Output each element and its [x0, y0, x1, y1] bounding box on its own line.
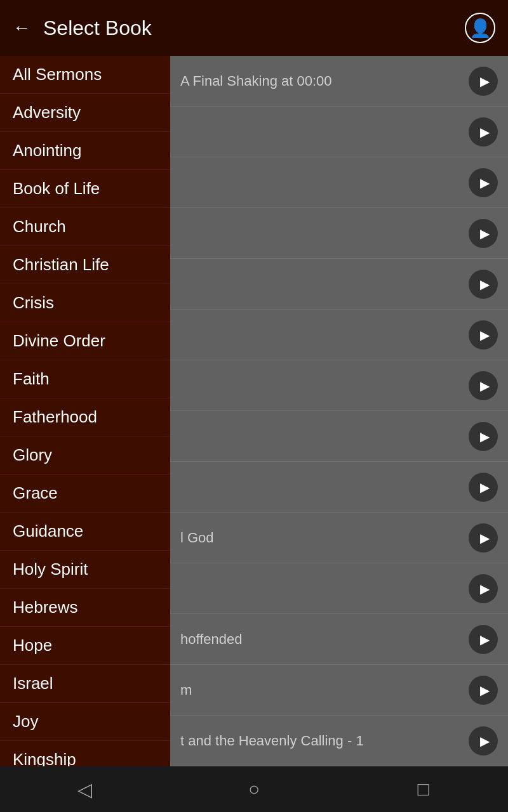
play-icon: ▶	[480, 581, 490, 596]
play-button[interactable]: ▶	[469, 676, 498, 705]
sidebar-item-label: Glory	[13, 445, 52, 465]
sidebar-item-faith[interactable]: Faith	[0, 360, 170, 398]
sidebar-item-label: Faith	[13, 369, 50, 389]
account-icon[interactable]: 👤	[465, 13, 495, 43]
play-icon: ▶	[480, 530, 490, 546]
play-button[interactable]: ▶	[469, 523, 498, 553]
bottom-nav: ◁ ○ □	[0, 766, 508, 812]
sidebar-item-label: Divine Order	[13, 331, 105, 351]
sidebar-item-kingship[interactable]: Kingship	[0, 741, 170, 766]
play-icon: ▶	[480, 74, 490, 89]
sidebar-item-label: Fatherhood	[13, 407, 97, 427]
sidebar-item-label: Crisis	[13, 293, 54, 313]
nav-recent-button[interactable]: □	[404, 770, 443, 808]
sidebar-item-guidance[interactable]: Guidance	[0, 513, 170, 551]
sidebar-item-hope[interactable]: Hope	[0, 627, 170, 665]
play-icon: ▶	[480, 683, 490, 698]
sermon-title: A Final Shaking at 00:00	[180, 73, 469, 89]
play-icon: ▶	[480, 226, 490, 241]
sermon-row: hoffended▶	[170, 614, 508, 665]
play-icon: ▶	[480, 124, 490, 140]
page-title: Select Book	[43, 16, 465, 40]
play-button[interactable]: ▶	[469, 574, 498, 603]
sermon-row: ▶	[170, 563, 508, 614]
play-button[interactable]: ▶	[469, 67, 498, 96]
sidebar-item-grace[interactable]: Grace	[0, 475, 170, 513]
play-button[interactable]: ▶	[469, 726, 498, 756]
sidebar-item-label: Hope	[13, 636, 52, 655]
sermon-title: hoffended	[180, 631, 469, 648]
sermon-row: ▶	[170, 107, 508, 157]
sidebar-item-adversity[interactable]: Adversity	[0, 94, 170, 132]
nav-home-button[interactable]: ○	[235, 770, 273, 808]
sermon-list: A Final Shaking at 00:00▶▶▶▶▶▶▶▶▶l God▶▶…	[170, 56, 508, 766]
play-button[interactable]: ▶	[469, 270, 498, 299]
play-icon: ▶	[480, 429, 490, 444]
sermon-row: t and the Heavenly Calling - 1▶	[170, 716, 508, 766]
sidebar-item-israel[interactable]: Israel	[0, 665, 170, 703]
play-icon: ▶	[480, 277, 490, 292]
sidebar-item-joy[interactable]: Joy	[0, 703, 170, 741]
play-icon: ▶	[480, 327, 490, 343]
back-icon[interactable]: ←	[13, 18, 30, 38]
play-icon: ▶	[480, 175, 490, 190]
play-button[interactable]: ▶	[469, 320, 498, 350]
sidebar-item-book-of-life[interactable]: Book of Life	[0, 170, 170, 208]
sermon-row: m▶	[170, 665, 508, 716]
sermon-title: m	[180, 682, 469, 698]
sermon-row: A Final Shaking at 00:00▶	[170, 56, 508, 107]
main-layout: All SermonsAdversityAnointingBook of Lif…	[0, 56, 508, 766]
sermon-row: ▶	[170, 411, 508, 462]
sidebar: All SermonsAdversityAnointingBook of Lif…	[0, 56, 170, 766]
sidebar-item-divine-order[interactable]: Divine Order	[0, 322, 170, 360]
play-icon: ▶	[480, 632, 490, 647]
sermon-title: l God	[180, 530, 469, 546]
play-icon: ▶	[480, 733, 490, 749]
sidebar-item-label: Church	[13, 217, 66, 237]
sermon-row: ▶	[170, 157, 508, 208]
play-icon: ▶	[480, 378, 490, 393]
play-button[interactable]: ▶	[469, 168, 498, 197]
sidebar-item-label: Hebrews	[13, 598, 78, 617]
sidebar-item-all-sermons[interactable]: All Sermons	[0, 56, 170, 94]
sidebar-item-label: Book of Life	[13, 179, 100, 199]
sidebar-item-label: Holy Spirit	[13, 560, 88, 579]
play-button[interactable]: ▶	[469, 422, 498, 451]
sermon-row: ▶	[170, 310, 508, 360]
sermon-title: t and the Heavenly Calling - 1	[180, 733, 469, 749]
sidebar-item-label: Anointing	[13, 141, 81, 160]
sidebar-item-hebrews[interactable]: Hebrews	[0, 589, 170, 627]
sermon-row: ▶	[170, 259, 508, 310]
sidebar-item-fatherhood[interactable]: Fatherhood	[0, 398, 170, 436]
sidebar-item-label: Joy	[13, 712, 38, 731]
sermon-row: l God▶	[170, 513, 508, 563]
play-icon: ▶	[480, 480, 490, 495]
play-button[interactable]: ▶	[469, 473, 498, 502]
sidebar-item-label: Grace	[13, 483, 58, 503]
sidebar-item-holy-spirit[interactable]: Holy Spirit	[0, 551, 170, 589]
play-button[interactable]: ▶	[469, 219, 498, 248]
sermon-row: ▶	[170, 360, 508, 411]
sidebar-item-label: All Sermons	[13, 65, 102, 84]
sidebar-item-anointing[interactable]: Anointing	[0, 132, 170, 170]
top-bar: ← Select Book 👤	[0, 0, 508, 56]
sidebar-item-label: Israel	[13, 674, 53, 693]
sidebar-item-crisis[interactable]: Crisis	[0, 284, 170, 322]
nav-back-button[interactable]: ◁	[65, 770, 104, 808]
sidebar-item-label: Adversity	[13, 103, 81, 122]
sidebar-item-glory[interactable]: Glory	[0, 436, 170, 475]
sidebar-item-church[interactable]: Church	[0, 208, 170, 246]
play-button[interactable]: ▶	[469, 625, 498, 654]
play-button[interactable]: ▶	[469, 117, 498, 147]
sermon-row: ▶	[170, 462, 508, 513]
sidebar-item-label: Kingship	[13, 750, 76, 766]
sermon-row: ▶	[170, 208, 508, 259]
sidebar-item-label: Guidance	[13, 521, 83, 541]
play-button[interactable]: ▶	[469, 371, 498, 400]
sidebar-item-christian-life[interactable]: Christian Life	[0, 246, 170, 284]
sidebar-item-label: Christian Life	[13, 255, 109, 275]
